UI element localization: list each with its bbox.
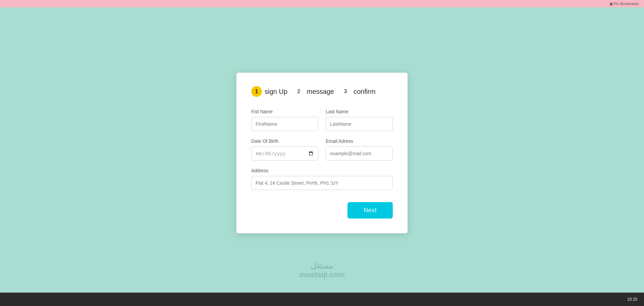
first-name-label: Fist Name [251, 109, 318, 114]
watermark: مستقل mostaql.com [299, 262, 345, 279]
last-name-label: Last Name [326, 109, 393, 114]
step-3-label: confirm [354, 88, 376, 96]
step-2-label: message [307, 88, 334, 96]
step-3: 3 confirm [340, 86, 376, 97]
dob-email-row: Date Of Birth Email Adress [251, 138, 393, 161]
pin-bookmarks-label: ▣ Pin Bookmarks [609, 2, 639, 6]
first-name-input[interactable] [251, 117, 318, 131]
email-input[interactable] [326, 146, 393, 161]
address-label: Address [251, 168, 393, 173]
step-1: 1 sign Up [251, 86, 287, 97]
top-bar: ▣ Pin Bookmarks [0, 0, 644, 7]
name-row: Fist Name Last Name [251, 109, 393, 131]
last-name-input[interactable] [326, 117, 393, 131]
clock: 10:15 [627, 297, 637, 302]
step-2-number: 2 [293, 86, 304, 97]
step-3-number: 3 [340, 86, 351, 97]
next-button[interactable]: Next [347, 202, 393, 219]
last-name-group: Last Name [326, 109, 393, 131]
watermark-line2: mostaql.com [299, 270, 345, 279]
step-1-number: 1 [251, 86, 262, 97]
dob-input[interactable] [251, 146, 318, 161]
bottom-bar: 10:15 [0, 293, 644, 306]
address-group: Address [251, 168, 393, 190]
address-row: Address [251, 168, 393, 190]
steps-header: 1 sign Up 2 message 3 confirm [251, 86, 393, 97]
signup-modal: 1 sign Up 2 message 3 confirm Fist Name … [236, 73, 408, 233]
address-input[interactable] [251, 176, 393, 190]
dob-group: Date Of Birth [251, 138, 318, 161]
step-2: 2 message [293, 86, 334, 97]
watermark-line1: مستقل [299, 262, 345, 270]
dob-label: Date Of Birth [251, 138, 318, 144]
email-group: Email Adress [326, 138, 393, 161]
first-name-group: Fist Name [251, 109, 318, 131]
step-1-label: sign Up [265, 88, 287, 96]
email-label: Email Adress [326, 138, 393, 144]
